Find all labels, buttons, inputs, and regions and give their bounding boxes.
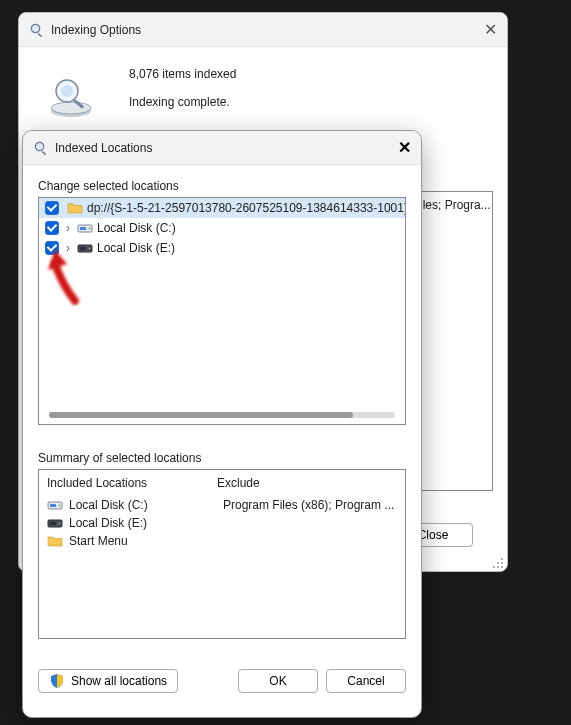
disk-icon xyxy=(77,240,93,256)
header-exclude: Exclude xyxy=(217,476,260,490)
checkbox-icon[interactable] xyxy=(45,201,59,215)
svg-point-26 xyxy=(59,523,61,525)
svg-point-10 xyxy=(501,566,503,568)
svg-rect-16 xyxy=(80,227,86,230)
summary-row[interactable]: Local Disk (E:) xyxy=(39,514,405,532)
folder-icon xyxy=(47,533,63,549)
tree-item-label: Local Disk (E:) xyxy=(97,241,175,255)
dialog-button-bar: Show all locations OK Cancel xyxy=(38,669,406,693)
svg-point-11 xyxy=(497,566,499,568)
indexed-locations-dialog: Indexed Locations ✕ Change selected loca… xyxy=(22,130,422,718)
svg-rect-22 xyxy=(50,504,56,507)
header-included: Included Locations xyxy=(47,476,217,490)
magnifier-icon xyxy=(33,140,49,156)
ok-button[interactable]: OK xyxy=(238,669,318,693)
summary-name: Start Menu xyxy=(69,534,128,548)
show-all-locations-label: Show all locations xyxy=(71,670,167,692)
svg-point-0 xyxy=(31,24,39,32)
change-locations-label: Change selected locations xyxy=(38,179,406,193)
svg-point-3 xyxy=(51,102,91,114)
summary-row[interactable]: Local Disk (C:) Program Files (x86); Pro… xyxy=(39,496,405,514)
items-indexed-text: 8,076 items indexed xyxy=(129,67,236,81)
summary-label: Summary of selected locations xyxy=(38,451,406,465)
svg-rect-1 xyxy=(37,32,42,36)
summary-exclude: Program Files (x86); Program ... xyxy=(223,498,394,512)
svg-point-8 xyxy=(501,562,503,564)
disk-icon xyxy=(47,515,63,531)
chevron-right-icon[interactable]: › xyxy=(63,221,73,235)
tree-item-label: dp://{S-1-5-21-2597013780-2607525109-138… xyxy=(87,201,406,215)
svg-point-23 xyxy=(59,505,61,507)
svg-point-13 xyxy=(35,142,43,150)
indexing-options-title: Indexing Options xyxy=(51,23,141,37)
summary-box: Included Locations Exclude Local Disk (C… xyxy=(38,469,406,639)
svg-point-5 xyxy=(61,85,73,97)
magnifier-icon xyxy=(29,22,45,38)
close-icon[interactable]: ✕ xyxy=(398,138,411,157)
location-tree[interactable]: dp://{S-1-5-21-2597013780-2607525109-138… xyxy=(38,197,406,425)
cancel-button[interactable]: Cancel xyxy=(326,669,406,693)
index-large-icon xyxy=(47,75,95,119)
indexed-locations-body: Change selected locations dp://{S-1-5-21… xyxy=(23,165,421,705)
tree-item-dp[interactable]: dp://{S-1-5-21-2597013780-2607525109-138… xyxy=(39,198,405,218)
svg-rect-19 xyxy=(80,247,86,250)
exclude-preview-text: iles; Progra... xyxy=(420,198,491,212)
close-icon[interactable]: ✕ xyxy=(484,20,497,39)
checkbox-icon[interactable] xyxy=(45,241,59,255)
chevron-right-icon[interactable]: › xyxy=(63,241,73,255)
svg-point-7 xyxy=(501,558,503,560)
indexed-locations-title: Indexed Locations xyxy=(55,141,152,155)
tree-item-label: Local Disk (C:) xyxy=(97,221,176,235)
indexing-options-titlebar: Indexing Options ✕ xyxy=(19,13,507,47)
exclude-preview-panel: iles; Progra... xyxy=(413,191,493,491)
checkbox-icon[interactable] xyxy=(45,221,59,235)
svg-point-17 xyxy=(89,228,91,230)
svg-rect-14 xyxy=(41,150,46,154)
shield-icon xyxy=(49,673,65,689)
svg-point-12 xyxy=(493,566,495,568)
svg-point-9 xyxy=(497,562,499,564)
horizontal-scrollbar[interactable] xyxy=(49,412,395,418)
disk-icon xyxy=(47,497,63,513)
summary-header: Included Locations Exclude xyxy=(39,470,405,496)
show-all-locations-button[interactable]: Show all locations xyxy=(38,669,178,693)
svg-point-20 xyxy=(89,248,91,250)
tree-item-disk-e[interactable]: › Local Disk (E:) xyxy=(39,238,405,258)
indexed-locations-titlebar: Indexed Locations ✕ xyxy=(23,131,421,165)
summary-row[interactable]: Start Menu xyxy=(39,532,405,550)
indexing-status-text: Indexing complete. xyxy=(129,95,230,109)
folder-icon xyxy=(67,200,83,216)
tree-item-disk-c[interactable]: › Local Disk (C:) xyxy=(39,218,405,238)
disk-icon xyxy=(77,220,93,236)
summary-name: Local Disk (E:) xyxy=(69,516,147,530)
svg-rect-25 xyxy=(50,522,56,525)
resize-grip-icon[interactable] xyxy=(492,557,504,569)
summary-name: Local Disk (C:) xyxy=(69,498,148,512)
